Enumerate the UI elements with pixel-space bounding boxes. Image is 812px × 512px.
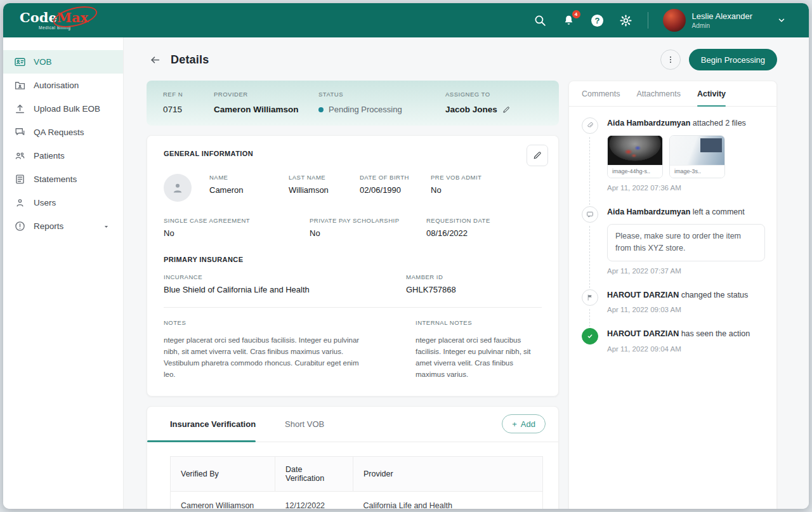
sidebar-item-patients[interactable]: Patients — [3, 144, 123, 167]
status-label: STATUS — [318, 91, 445, 98]
sidebar-item-label: Reports — [34, 221, 63, 231]
user-menu[interactable]: Leslie Alexander Admin — [663, 9, 752, 32]
attachment-thumbnail[interactable]: image-3s.. — [669, 135, 725, 178]
sidebar-item-label: VOB — [34, 57, 52, 67]
add-verification-button[interactable]: + Add — [502, 414, 546, 433]
sidebar-item-autorisation[interactable]: Autorisation — [3, 74, 123, 97]
field-insurance: INCURANCE Blue Shield of California Life… — [164, 273, 406, 294]
comment-text: Please, make sure to order the item from… — [607, 224, 765, 261]
people-icon — [15, 150, 25, 161]
page-title: Details — [171, 53, 209, 67]
sidebar-item-users[interactable]: Users — [3, 191, 123, 214]
notification-badge: 4 — [572, 10, 580, 18]
back-arrow-icon[interactable] — [147, 51, 163, 68]
plus-icon: + — [512, 419, 517, 429]
sidebar-item-label: Statements — [34, 174, 77, 184]
column-provider: Provider — [353, 456, 543, 491]
tab-activity[interactable]: Activity — [697, 81, 726, 106]
sidebar-item-vob[interactable]: VOB — [3, 50, 123, 74]
activity-actor: HAROUT DARZIAN — [607, 329, 679, 338]
ultrasound-image — [608, 136, 662, 165]
provider-value: Cameron Williamson — [214, 105, 318, 114]
verification-tabs: Insurance Verification Short VOB + Add — [147, 407, 558, 442]
field-notes: NOTES nteger placerat orci sed faucibus … — [164, 319, 416, 381]
user-name: Leslie Alexander — [692, 11, 752, 21]
sidebar-item-upload-bulk-eob[interactable]: Upload Bulk EOB — [3, 97, 123, 121]
activity-item-seen: HAROUT DARZIAN has seen the action Apr 1… — [582, 329, 765, 368]
tab-insurance-verification[interactable]: Insurance Verification — [170, 407, 256, 442]
more-options-kebab-button[interactable] — [660, 49, 681, 70]
field-name: NAME Cameron — [209, 174, 289, 195]
logo-tagline: Medical Billing — [20, 25, 88, 30]
assignee-value: Jacob Jones — [445, 105, 542, 114]
activity-item-comment: Aida Hambardzumyan left a comment Please… — [582, 207, 765, 290]
sidebar-item-reports[interactable]: Reports — [3, 214, 123, 238]
column-date-verification: Date Verification — [275, 456, 353, 491]
settings-gear-icon[interactable] — [619, 13, 633, 27]
notifications-bell-icon[interactable]: 4 — [562, 13, 576, 27]
vob-card-icon — [15, 56, 25, 67]
activity-actor: Aida Hambardzumyan — [607, 119, 690, 128]
sidebar-item-statements[interactable]: Statements — [3, 167, 123, 191]
top-bar-actions: 4 ? Leslie A — [534, 9, 786, 32]
table-row[interactable]: Cameron Williamson 12/12/2022 California… — [171, 491, 543, 509]
begin-processing-button[interactable]: Begin Processing — [689, 49, 777, 70]
field-last-name: LAST NAME Williamson — [289, 174, 360, 195]
tab-attachments[interactable]: Attachments — [636, 81, 680, 106]
insurance-verification-card: Insurance Verification Short VOB + Add V… — [147, 406, 559, 509]
tab-short-vob[interactable]: Short VOB — [285, 407, 324, 442]
activity-feed: Aida Hambardzumyan attached 2 files imag… — [569, 107, 776, 509]
field-date-of-birth: DATE OF BIRTH 02/06/1990 — [360, 174, 431, 195]
activity-actor: HAROUT DARZIAN — [607, 291, 679, 299]
ref-label: REF N — [163, 91, 214, 98]
edit-general-info-button[interactable] — [527, 145, 548, 166]
page-header: Details Begin Processing — [147, 48, 777, 72]
upload-icon — [15, 103, 25, 114]
paperclip-icon — [582, 117, 598, 134]
folder-account-icon — [15, 80, 25, 91]
sidebar-item-label: Autorisation — [34, 81, 79, 90]
sidebar-item-label: Upload Bulk EOB — [34, 104, 100, 114]
general-information-title: GENERAL INFORMATION — [164, 150, 542, 157]
general-information-card: GENERAL INFORMATION NAME — [147, 135, 559, 397]
user-avatar — [663, 9, 686, 32]
search-icon[interactable] — [534, 13, 547, 27]
activity-action: attached 2 files — [693, 119, 746, 128]
activity-panel-tabs: Comments Attachments Activity — [569, 81, 776, 107]
activity-timestamp: Apr 11, 2022 07:36 AM — [607, 184, 765, 192]
top-bar-divider — [648, 12, 648, 29]
field-pre-vob-admit: PRE VOB ADMIT No — [431, 174, 542, 195]
field-requesition-date: REQUESITION DATE 08/16/2022 — [426, 217, 542, 238]
sidebar-item-qa-requests[interactable]: QA Requests — [3, 121, 123, 144]
reports-chevron-down-icon — [101, 223, 112, 230]
help-icon[interactable]: ? — [591, 13, 605, 27]
activity-item-attached-files: Aida Hambardzumyan attached 2 files imag… — [582, 118, 765, 207]
primary-insurance-title: PRIMARY INSURANCE — [164, 256, 542, 263]
user-role: Admin — [692, 22, 752, 29]
sidebar-item-label: Patients — [34, 151, 65, 161]
provider-label: PROVIDER — [214, 91, 318, 98]
activity-item-status-change: HAROUT DARZIAN changed the status Apr 11… — [582, 290, 765, 329]
status-change-flag-icon — [582, 289, 598, 306]
sidebar: VOB Autorisation Upload Bulk EOB QA Requ… — [3, 37, 124, 509]
attachment-thumbnail[interactable]: image-44hg-s.. — [607, 135, 663, 178]
person-icon — [15, 197, 25, 208]
section-divider — [164, 307, 542, 308]
app-window: CodeMax Medical Billing 4 ? — [3, 3, 809, 509]
sidebar-item-label: QA Requests — [34, 128, 84, 137]
activity-actor: Aida Hambardzumyan — [607, 207, 690, 216]
edit-assignee-pencil-icon[interactable] — [502, 106, 510, 114]
status-value: Pending Processing — [318, 105, 445, 114]
sidebar-item-label: Users — [34, 198, 56, 207]
ultrasound-machine-image — [670, 136, 724, 165]
app-logo[interactable]: CodeMax Medical Billing — [20, 11, 88, 30]
patient-avatar — [164, 174, 192, 202]
tab-comments[interactable]: Comments — [582, 81, 620, 106]
status-dot-icon — [318, 107, 324, 112]
user-menu-chevron-down-icon[interactable] — [777, 16, 786, 25]
activity-panel: Comments Attachments Activity — [568, 81, 777, 509]
field-internal-notes: INTERNAL NOTES nteger placerat orci sed … — [416, 319, 542, 381]
document-list-icon — [15, 174, 25, 185]
field-member-id: MAMBER ID GHLK757868 — [406, 273, 542, 294]
ref-value: 0715 — [163, 105, 214, 114]
